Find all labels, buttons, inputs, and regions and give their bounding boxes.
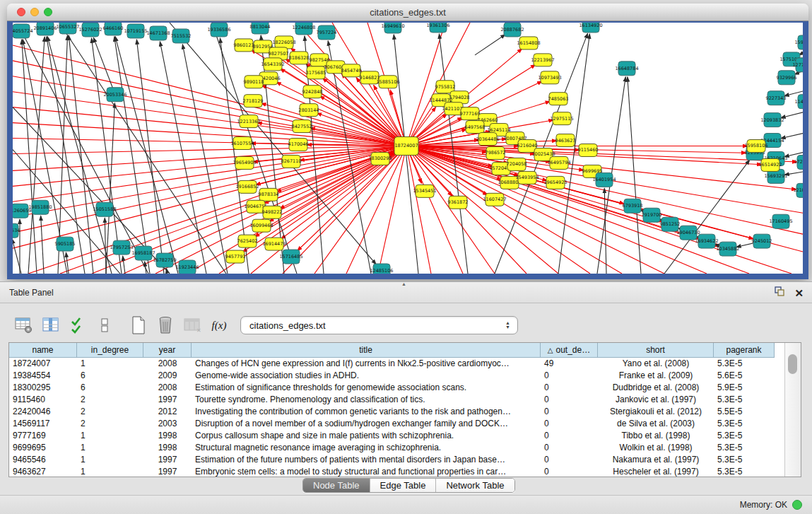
cell-pagerank: 5.9E-5 — [714, 382, 775, 394]
tab-edge-table[interactable]: Edge Table — [370, 479, 437, 492]
column-select-button[interactable] — [38, 313, 64, 337]
vertical-scrollbar[interactable] — [784, 343, 801, 477]
cell-name: 19384554 — [9, 370, 77, 382]
svg-text:9755812: 9755812 — [435, 84, 456, 90]
clear-selection-button[interactable] — [92, 313, 117, 337]
table-mode-button[interactable] — [11, 313, 37, 337]
scrollbar-thumb[interactable] — [788, 354, 797, 374]
svg-text:17957253: 17957253 — [110, 245, 133, 250]
table-row[interactable]: 2242004622012Investigating the contribut… — [9, 406, 801, 418]
cell-pagerank: 5.5E-5 — [714, 406, 775, 418]
cell-year: 1998 — [143, 442, 192, 454]
svg-text:16107554: 16107554 — [230, 141, 254, 146]
svg-text:16099464: 16099464 — [249, 223, 273, 228]
cell-short: Nakamura et al. (1997) — [598, 454, 714, 466]
cell-in_degree: 2 — [77, 418, 143, 430]
svg-text:16495794: 16495794 — [547, 160, 570, 165]
column-select-icon — [42, 317, 60, 334]
cell-in_degree: 1 — [77, 430, 143, 442]
close-panel-icon[interactable]: ✕ — [794, 288, 804, 298]
cell-short: de Silva et al. (2003) — [598, 418, 714, 430]
cell-year: 2008 — [143, 382, 192, 394]
svg-text:15885106: 15885106 — [376, 79, 399, 85]
zoom-window-button[interactable] — [44, 8, 52, 16]
delete-table-button[interactable]: ✕ — [180, 313, 205, 337]
svg-text:6793918: 6793918 — [623, 203, 643, 209]
column-header-in-degree[interactable]: in_degree — [77, 343, 143, 358]
cell-name: 14569117 — [9, 418, 77, 430]
cell-pagerank: 5.3E-5 — [714, 442, 775, 454]
table-row[interactable]: 946362711997Embryonic stem cells: a mode… — [9, 466, 801, 478]
cell-in_degree: 1 — [77, 466, 143, 478]
window-title: citations_edges.txt — [370, 7, 446, 18]
svg-text:12103554: 12103554 — [793, 187, 803, 193]
table-row[interactable]: 1456911722003Disruption of a novel membe… — [9, 418, 801, 430]
table-select-dropdown[interactable]: citations_edges.txt ▲▼ — [240, 316, 518, 334]
cell-title: Estimation of significance thresholds fo… — [192, 382, 541, 394]
cell-name: 9115460 — [9, 394, 77, 406]
svg-text:15493954: 15493954 — [515, 175, 539, 180]
svg-text:20891406: 20891406 — [33, 25, 57, 31]
table-row[interactable]: 1872400712008Changes of HCN gene express… — [9, 358, 801, 370]
svg-text:16401954: 16401954 — [592, 177, 616, 182]
svg-text:7957224: 7957224 — [317, 30, 337, 35]
table-row[interactable]: 977716911998Corpus callosum shape and si… — [9, 430, 801, 442]
cell-in_degree: 6 — [77, 382, 143, 394]
cell-out_degree: 0 — [541, 430, 598, 442]
table-row[interactable]: 1830029562008Estimation of significance … — [9, 382, 801, 394]
delete-column-button[interactable] — [153, 313, 178, 337]
cell-pagerank: 5.3E-5 — [714, 430, 775, 442]
tab-node-table[interactable]: Node Table — [303, 479, 370, 492]
cell-name: 9777169 — [9, 430, 77, 442]
memory-ok-indicator[interactable] — [792, 500, 802, 510]
table-panel-header: ▲ Table Panel ✕ — [0, 282, 812, 303]
splitter-handle[interactable]: ▲ — [401, 281, 406, 286]
cell-pagerank: 5.3E-5 — [714, 418, 775, 430]
svg-text:16134920: 16134920 — [579, 23, 602, 28]
node-table: name in_degree year title △ out_de… shor… — [8, 342, 801, 477]
cell-in_degree: 6 — [77, 370, 143, 382]
svg-text:7625402: 7625402 — [237, 238, 258, 244]
svg-text:✕: ✕ — [196, 327, 201, 334]
float-window-icon[interactable] — [775, 286, 784, 299]
minimize-window-button[interactable] — [30, 8, 39, 16]
delete-column-icon — [157, 316, 174, 334]
column-header-short[interactable]: short — [598, 343, 714, 358]
cell-out_degree: 49 — [541, 358, 598, 370]
column-header-title[interactable]: title — [192, 343, 541, 358]
svg-text:9115460: 9115460 — [578, 147, 599, 153]
network-window-titlebar[interactable]: citations_edges.txt — [7, 4, 808, 21]
cell-short: Dudbridge et al. (2008) — [598, 382, 714, 394]
svg-text:16914479: 16914479 — [262, 241, 286, 247]
function-builder-button[interactable]: f(x) — [206, 313, 232, 337]
svg-text:12213363: 12213363 — [237, 119, 260, 124]
column-header-pagerank[interactable]: pagerank — [714, 343, 775, 358]
cell-in_degree: 1 — [77, 442, 143, 454]
table-row[interactable]: 946554611997Estimation of the future num… — [9, 454, 801, 466]
svg-text:16154808: 16154808 — [517, 40, 540, 46]
svg-text:4170046: 4170046 — [288, 142, 309, 148]
svg-text:15716485: 15716485 — [279, 254, 302, 259]
cell-name: 9699695 — [9, 442, 77, 454]
select-all-button[interactable] — [65, 313, 90, 337]
column-header-out-degree[interactable]: △ out_de… — [541, 343, 598, 358]
new-column-button[interactable] — [126, 313, 151, 337]
close-window-button[interactable] — [17, 8, 25, 16]
cell-year: 2008 — [143, 358, 192, 370]
svg-text:9830534: 9830534 — [13, 228, 20, 233]
table-row[interactable]: 1938455462009Genome-wide association stu… — [9, 370, 801, 382]
table-header-row: name in_degree year title △ out_de… shor… — [9, 343, 801, 358]
table-mode-icon — [15, 317, 33, 334]
tab-network-table[interactable]: Network Table — [436, 479, 514, 492]
cell-short: Hescheler et al. (1997) — [598, 466, 714, 478]
svg-text:9329966: 9329966 — [777, 75, 797, 81]
svg-text:8427552: 8427552 — [292, 124, 312, 129]
cell-pagerank: 5.3E-5 — [714, 358, 775, 370]
table-row[interactable]: 969969511998Structural magnetic resonanc… — [9, 442, 801, 454]
network-canvas[interactable]: 1872400798601238912954182260589827507165… — [13, 23, 803, 274]
column-header-name[interactable]: name — [9, 343, 77, 358]
table-body: 1872400712008Changes of HCN gene express… — [9, 358, 801, 478]
table-row[interactable]: 911546021997Tourette syndrome. Phenomeno… — [9, 394, 801, 406]
cell-title: Disruption of a novel member of a sodium… — [192, 418, 541, 430]
column-header-year[interactable]: year — [143, 343, 192, 358]
